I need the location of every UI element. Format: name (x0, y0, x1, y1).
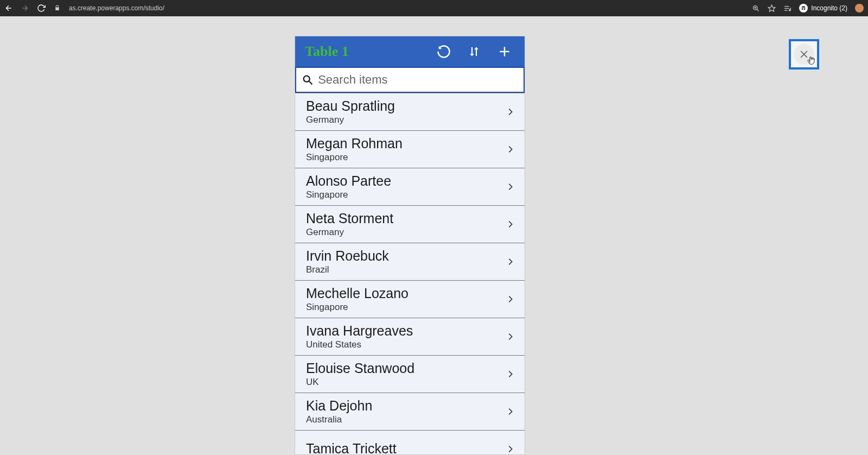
item-name: Megan Rohman (306, 136, 506, 151)
chevron-right-icon (506, 292, 515, 306)
chevron-right-icon (506, 367, 515, 381)
item-name: Alonso Partee (306, 173, 506, 189)
profile-avatar[interactable] (855, 4, 864, 12)
address-bar[interactable]: as.create.powerapps.com/studio/ (69, 4, 164, 12)
chevron-right-icon (506, 255, 515, 269)
sort-button[interactable] (462, 39, 487, 64)
item-name: Elouise Stanwood (306, 361, 506, 376)
item-name: Tamica Trickett (306, 441, 506, 454)
forward-button[interactable] (21, 4, 29, 12)
item-country: UK (306, 377, 506, 388)
item-name: Ivana Hargreaves (306, 323, 506, 339)
item-country: Germany (306, 115, 506, 125)
item-country: United States (306, 339, 506, 350)
list-item[interactable]: Alonso ParteeSingapore (295, 168, 525, 205)
app-title: Table 1 (305, 43, 426, 60)
item-country: Brazil (306, 264, 506, 275)
plus-icon (497, 45, 512, 59)
list-item[interactable]: Kia DejohnAustralia (295, 393, 525, 430)
refresh-button[interactable] (431, 39, 456, 64)
reload-button[interactable] (37, 4, 46, 12)
chevron-right-icon (506, 442, 515, 454)
svg-line-19 (309, 81, 312, 85)
svg-point-10 (802, 8, 803, 10)
item-name: Mechelle Lozano (306, 286, 506, 301)
list-item[interactable]: Megan RohmanSingapore (295, 130, 525, 168)
incognito-badge[interactable]: Incognito (2) (799, 4, 847, 12)
item-country: Germany (306, 227, 506, 238)
back-button[interactable] (4, 4, 13, 12)
item-country: Singapore (306, 152, 506, 163)
page-canvas: Table 1 Beau SpratlingGermanyMegan Rohma… (0, 16, 868, 455)
chevron-right-icon (506, 180, 515, 194)
svg-point-18 (304, 76, 310, 82)
list-item[interactable]: Mechelle LozanoSingapore (295, 280, 525, 318)
search-icon (302, 73, 314, 86)
star-icon[interactable] (768, 4, 776, 12)
app-header: Table 1 (295, 36, 525, 67)
zoom-icon[interactable] (752, 4, 760, 12)
sort-icon (468, 44, 481, 59)
list-item[interactable]: Beau SpratlingGermany (295, 93, 525, 130)
chevron-right-icon (506, 105, 515, 119)
item-country: Singapore (306, 189, 506, 200)
playlist-icon[interactable] (783, 4, 792, 12)
close-preview-button[interactable] (789, 39, 819, 69)
list-item[interactable]: Ivana HargreavesUnited States (295, 318, 525, 355)
list-item[interactable]: Neta StormentGermany (295, 205, 525, 243)
search-input[interactable] (318, 73, 518, 87)
svg-point-11 (804, 8, 806, 10)
svg-marker-4 (769, 5, 776, 11)
item-name: Neta Storment (306, 211, 506, 226)
incognito-icon (799, 4, 808, 12)
svg-line-3 (757, 9, 758, 11)
list-item[interactable]: Elouise StanwoodUK (295, 355, 525, 393)
chevron-right-icon (506, 330, 515, 344)
refresh-icon (436, 44, 451, 59)
close-icon (799, 49, 809, 60)
add-button[interactable] (492, 39, 517, 64)
chevron-right-icon (506, 217, 515, 231)
item-name: Beau Spratling (306, 98, 506, 114)
item-country: Singapore (306, 302, 506, 313)
item-list: Beau SpratlingGermanyMegan RohmanSingapo… (295, 93, 525, 454)
list-item[interactable]: Tamica Trickett (295, 430, 525, 454)
chevron-right-icon (506, 142, 515, 156)
search-bar[interactable] (295, 67, 525, 93)
incognito-label: Incognito (2) (811, 4, 847, 12)
list-item[interactable]: Irvin RoebuckBrazil (295, 243, 525, 280)
item-country: Australia (306, 414, 506, 425)
item-name: Kia Dejohn (306, 398, 506, 414)
browser-toolbar: as.create.powerapps.com/studio/ Incognit… (0, 0, 868, 16)
item-name: Irvin Roebuck (306, 248, 506, 264)
lock-icon (54, 5, 60, 12)
app-preview: Table 1 Beau SpratlingGermanyMegan Rohma… (295, 36, 525, 455)
chevron-right-icon (506, 405, 515, 419)
